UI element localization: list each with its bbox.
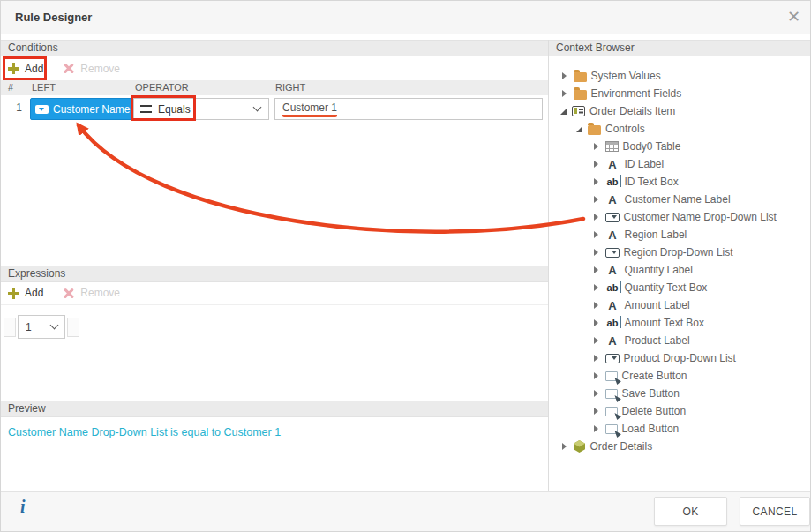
tree-item[interactable]: AProduct Label — [549, 332, 811, 349]
expression-number-select[interactable]: 1 — [18, 315, 65, 339]
expand-arrow-icon[interactable] — [594, 143, 598, 150]
column-header-num: # — [8, 82, 13, 93]
expand-arrow-icon[interactable] — [594, 372, 598, 379]
tree-item-label: Region Label — [625, 229, 687, 241]
tree-item[interactable]: abQuantity Text Box — [549, 279, 811, 296]
tree-item[interactable]: Body0 Table — [549, 138, 811, 155]
expand-arrow-icon[interactable] — [594, 266, 598, 273]
remove-button-label: Remove — [80, 63, 120, 75]
expression-number-value: 1 — [26, 321, 32, 333]
conditions-section-header: Conditions — [1, 40, 548, 56]
expand-arrow-icon[interactable] — [594, 355, 598, 362]
column-header-operator: OPERATOR — [135, 82, 189, 93]
expand-arrow-icon[interactable] — [562, 72, 567, 79]
tree-item-label: ID Text Box — [625, 176, 679, 188]
dropdown-icon — [605, 354, 620, 363]
ok-button[interactable]: OK — [654, 497, 727, 526]
expressions-remove-button[interactable]: Remove — [63, 287, 120, 299]
expand-arrow-icon[interactable] — [594, 161, 598, 168]
tree-item-label: System Values — [591, 70, 661, 82]
label-icon: A — [605, 193, 620, 206]
collapse-arrow-icon[interactable] — [576, 126, 582, 132]
tree-item-label: Order Details Item — [589, 105, 675, 117]
expand-arrow-icon[interactable] — [594, 319, 598, 326]
info-icon[interactable]: i — [20, 497, 26, 517]
plus-icon — [8, 63, 19, 74]
tree-item-label: Load Button — [622, 423, 680, 435]
tree-item[interactable]: Product Drop-Down List — [549, 349, 811, 367]
add-button-label: Add — [25, 63, 43, 75]
tree-item[interactable]: Save Button — [549, 385, 811, 402]
expand-arrow-icon[interactable] — [594, 231, 598, 238]
dropdown-icon — [605, 248, 620, 258]
tree-item-label: Amount Label — [625, 299, 690, 311]
tree-item[interactable]: Order Details — [549, 438, 811, 455]
expand-arrow-icon[interactable] — [594, 425, 598, 432]
expand-arrow-icon[interactable] — [594, 284, 598, 291]
conditions-grid-header: # LEFT OPERATOR RIGHT — [1, 80, 548, 95]
tree-item[interactable]: Controls — [549, 120, 811, 138]
tree-item[interactable]: Load Button — [549, 420, 811, 438]
tree-item[interactable]: ARegion Label — [549, 226, 811, 244]
label-icon: A — [605, 334, 620, 347]
cancel-button[interactable]: CANCEL — [740, 497, 810, 526]
expression-side-cell-left[interactable] — [4, 318, 16, 337]
column-header-right: RIGHT — [275, 82, 305, 93]
tree-item-label: Customer Name Drop-Down List — [624, 211, 777, 223]
chevron-down-icon — [50, 321, 59, 330]
tree-item[interactable]: Customer Name Drop-Down List — [549, 208, 811, 226]
expression-side-cell-right[interactable] — [67, 318, 79, 337]
preview-section-header: Preview — [1, 401, 548, 417]
collapse-arrow-icon[interactable] — [560, 109, 567, 115]
equals-icon — [140, 105, 152, 113]
remove-x-icon — [63, 287, 75, 299]
remove-button-label: Remove — [80, 287, 120, 299]
tree-item[interactable]: Create Button — [549, 367, 811, 385]
dialog-title: Rule Designer — [15, 11, 92, 24]
expand-arrow-icon[interactable] — [594, 178, 598, 185]
condition-right-operand-input[interactable]: Customer 1 — [274, 98, 543, 120]
tree-item-label: Region Drop-Down List — [624, 246, 733, 259]
close-icon[interactable]: ✕ — [787, 7, 800, 26]
dropdown-field-icon — [35, 105, 49, 114]
expand-arrow-icon[interactable] — [594, 408, 598, 415]
tree-item-label: Customer Name Label — [625, 193, 731, 206]
expand-arrow-icon[interactable] — [594, 196, 598, 203]
tree-item[interactable]: Order Details Item — [549, 102, 811, 120]
conditions-add-button[interactable]: Add — [8, 63, 43, 75]
label-icon: A — [605, 158, 620, 170]
preview-rule-text: Customer Name Drop-Down List is equal to… — [8, 426, 281, 438]
tree-item[interactable]: Environment Fields — [549, 85, 811, 102]
dialog-titlebar: Rule Designer ✕ — [1, 1, 811, 34]
tree-item[interactable]: Region Drop-Down List — [549, 244, 811, 261]
tree-item[interactable]: AAmount Label — [549, 296, 811, 314]
textbox-icon: ab — [605, 281, 620, 294]
view-icon — [572, 106, 585, 116]
tree-item-label: Save Button — [622, 387, 680, 400]
tree-item[interactable]: abAmount Text Box — [549, 314, 811, 332]
tree-item[interactable]: AQuantity Label — [549, 261, 811, 279]
button-icon — [605, 424, 618, 434]
table-icon — [605, 141, 619, 152]
expand-arrow-icon[interactable] — [594, 302, 598, 309]
expand-arrow-icon[interactable] — [562, 90, 567, 97]
expressions-toolbar: Add Remove — [1, 281, 548, 305]
tree-item[interactable]: Delete Button — [549, 402, 811, 420]
conditions-remove-button[interactable]: Remove — [63, 63, 120, 75]
expressions-add-button[interactable]: Add — [8, 287, 43, 299]
tree-item[interactable]: ACustomer Name Label — [549, 191, 811, 208]
expand-arrow-icon[interactable] — [594, 214, 598, 221]
operator-select[interactable]: Equals — [133, 98, 269, 120]
tree-item[interactable]: System Values — [549, 67, 811, 85]
remove-x-icon — [63, 63, 75, 75]
expand-arrow-icon[interactable] — [594, 249, 598, 256]
expand-arrow-icon[interactable] — [594, 390, 598, 397]
tree-item[interactable]: abID Text Box — [549, 173, 811, 191]
condition-left-operand[interactable]: Customer Name Drop-Down List — [30, 98, 133, 120]
expand-arrow-icon[interactable] — [562, 443, 567, 450]
expand-arrow-icon[interactable] — [594, 337, 598, 344]
tree-item-label: Controls — [605, 123, 645, 135]
tree-item[interactable]: AID Label — [549, 155, 811, 173]
tree-item-label: Amount Text Box — [625, 317, 705, 329]
label-icon: A — [605, 229, 620, 241]
